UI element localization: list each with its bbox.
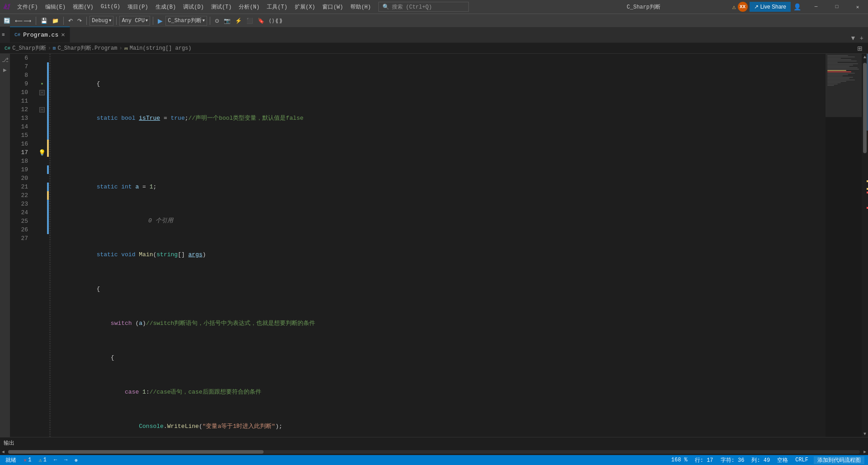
vertical-scrollbar[interactable]: ▲ ▼ bbox=[862, 54, 868, 437]
window-controls: ─ □ ✕ bbox=[806, 0, 868, 14]
gutter-16 bbox=[37, 140, 47, 148]
debug-config-dropdown[interactable]: Debug ▼ bbox=[90, 16, 113, 26]
titlebar: 文件(F) 编辑(E) 视图(V) Git(G) 项目(P) 生成(B) 调试(… bbox=[0, 0, 868, 14]
toolbar-back-btn[interactable]: 🔄 bbox=[2, 15, 12, 26]
menu-view[interactable]: 视图(V) bbox=[69, 0, 97, 14]
gutter-23 bbox=[37, 200, 47, 208]
live-share-icon: ↗ bbox=[754, 4, 759, 10]
toolbar-file-ops[interactable]: 📁 bbox=[50, 15, 61, 26]
line-18: 18 bbox=[10, 157, 33, 165]
line-23: 23 bbox=[10, 200, 33, 208]
status-crlf[interactable]: CRLF bbox=[793, 457, 810, 463]
camera-btn[interactable]: 📷 bbox=[222, 15, 232, 26]
error-icon: ✕ bbox=[24, 457, 27, 464]
menu-tools[interactable]: 工具(T) bbox=[263, 0, 291, 14]
app-icon bbox=[0, 0, 14, 14]
breadcrumb-method[interactable]: 𝑚 Main(string[] args) bbox=[124, 45, 192, 52]
split-editor-btn[interactable]: ⊞ bbox=[856, 44, 863, 53]
gutter-20 bbox=[37, 174, 47, 183]
status-zoom[interactable]: 168 % bbox=[670, 457, 689, 463]
toolbar-btn-3[interactable]: ⚡ bbox=[233, 15, 244, 26]
warning-icon: ⚠ bbox=[38, 457, 42, 464]
tab-list-btn[interactable]: ▼ bbox=[849, 33, 857, 42]
code-line-9: static int a = 1; bbox=[54, 183, 826, 191]
live-share-button[interactable]: ↗ Live Share bbox=[750, 2, 791, 12]
new-tab-btn[interactable]: + bbox=[859, 33, 864, 42]
menu-window[interactable]: 窗口(W) bbox=[319, 0, 347, 14]
status-col[interactable]: 字符: 36 bbox=[719, 456, 746, 464]
horizontal-scrollbar[interactable]: ◄ ► bbox=[0, 449, 868, 455]
breadcrumb-namespace[interactable]: ⊞ C_Sharp判断.Program bbox=[53, 44, 118, 52]
gutter-10[interactable]: - bbox=[37, 88, 47, 97]
toolbar-save-all[interactable]: 💾 bbox=[39, 15, 49, 26]
activity-run[interactable]: ▶ bbox=[0, 66, 9, 75]
user-settings-icon[interactable]: 👤 bbox=[793, 2, 802, 12]
menu-analyze[interactable]: 分析(N) bbox=[235, 0, 263, 14]
menu-file[interactable]: 文件(F) bbox=[14, 0, 42, 14]
activity-git[interactable]: ⎇ bbox=[0, 56, 9, 65]
code-editor[interactable]: { static bool isTrue = true;//声明一个bool类型… bbox=[51, 54, 826, 437]
status-spaces[interactable]: 空格 bbox=[775, 456, 790, 464]
gutter-25 bbox=[37, 217, 47, 225]
scroll-down-btn[interactable]: ▼ bbox=[862, 431, 868, 437]
run-project-dropdown[interactable]: C_Sharp判断 ▼ bbox=[165, 16, 207, 26]
menu-build[interactable]: 生成(B) bbox=[152, 0, 180, 14]
maximize-button[interactable]: □ bbox=[826, 0, 847, 14]
menu-test[interactable]: 测试(T) bbox=[208, 0, 236, 14]
scroll-right-btn[interactable]: ► bbox=[862, 449, 868, 455]
toolbar-redo[interactable]: ↷ bbox=[75, 15, 84, 26]
status-line[interactable]: 行: 17 bbox=[693, 456, 715, 464]
gutter-13 bbox=[37, 114, 47, 122]
toolbar-nav-group[interactable]: ⟵ ⟶ bbox=[13, 15, 33, 26]
minimize-button[interactable]: ─ bbox=[806, 0, 826, 14]
line-16: 16 bbox=[10, 140, 33, 148]
scroll-left-btn[interactable]: ◄ bbox=[0, 449, 6, 455]
line-19: 19 bbox=[10, 165, 33, 174]
menu-help[interactable]: 帮助(H) bbox=[347, 0, 375, 14]
status-nav-back[interactable]: ← bbox=[52, 457, 59, 463]
line-13: 13 bbox=[10, 114, 33, 122]
menu-debug[interactable]: 调试(D) bbox=[179, 0, 208, 14]
menu-edit[interactable]: 编辑(E) bbox=[42, 0, 70, 14]
toolbar-btn-5[interactable]: 🔖 bbox=[256, 15, 266, 26]
gutter-12[interactable]: - bbox=[37, 105, 47, 114]
search-label[interactable]: 搜索 (Ctrl+Q) bbox=[392, 3, 432, 11]
status-ready[interactable]: 就绪 bbox=[4, 456, 18, 464]
menu-project[interactable]: 项目(P) bbox=[124, 0, 152, 14]
menu-extensions[interactable]: 扩展(X) bbox=[291, 0, 319, 14]
status-nav-fwd[interactable]: → bbox=[62, 457, 69, 463]
gutter-7 bbox=[37, 62, 47, 71]
code-line-7: static bool isTrue = true;//声明一个bool类型变量… bbox=[54, 114, 826, 122]
lightbulb-icon[interactable]: 💡 bbox=[38, 149, 46, 156]
toolbar-undo[interactable]: ↶ bbox=[66, 15, 75, 26]
start-debug-button[interactable]: ▶ bbox=[156, 15, 165, 26]
close-button[interactable]: ✕ bbox=[847, 0, 868, 14]
status-char-pos[interactable]: 列: 49 bbox=[750, 456, 772, 464]
status-errors[interactable]: ✕ 1 bbox=[22, 457, 33, 464]
cpu-config-dropdown[interactable]: Any CPU ▼ bbox=[119, 16, 150, 26]
gutter-17: 💡 bbox=[37, 148, 47, 157]
ready-label: 就绪 bbox=[5, 456, 16, 464]
tab-close-btn[interactable]: ✕ bbox=[61, 32, 65, 38]
toolbar-nav-btns[interactable]: ⟨⟩⟪⟫ bbox=[267, 15, 284, 26]
breadcrumb-project[interactable]: C# C_Sharp判断 bbox=[5, 44, 46, 52]
h-scrollbar-thumb[interactable] bbox=[8, 450, 264, 454]
collapse-12[interactable]: - bbox=[39, 107, 45, 113]
minimap bbox=[826, 54, 862, 437]
scroll-thumb[interactable] bbox=[863, 63, 867, 153]
breadcrumb-sep-1: › bbox=[48, 45, 51, 52]
output-label[interactable]: 输出 bbox=[4, 439, 14, 447]
status-warnings[interactable]: ⚠ 1 bbox=[37, 457, 48, 464]
menu-git[interactable]: Git(G) bbox=[97, 0, 124, 14]
statusbar: 就绪 ✕ 1 ⚠ 1 ← → ⊛ 168 % 行: 17 字符: 36 列: 4… bbox=[0, 455, 868, 465]
status-breakpoints[interactable]: ⊛ bbox=[73, 457, 80, 463]
gutter-19 bbox=[37, 165, 47, 174]
attach-process-btn[interactable]: ⊙ bbox=[213, 15, 221, 26]
line-25: 25 bbox=[10, 217, 33, 225]
status-add-code[interactable]: 添加到代码流程图 bbox=[814, 456, 864, 464]
tab-program-cs[interactable]: C# Program.cs ✕ bbox=[10, 27, 70, 42]
collapse-10[interactable]: - bbox=[39, 90, 45, 95]
toolbar-btn-4[interactable]: ⬛ bbox=[245, 15, 255, 26]
user-avatar[interactable]: XX bbox=[738, 2, 748, 12]
line-numbers-gutter: 6 7 8 9 10 11 12 13 14 15 16 17 18 19 20… bbox=[10, 54, 37, 437]
